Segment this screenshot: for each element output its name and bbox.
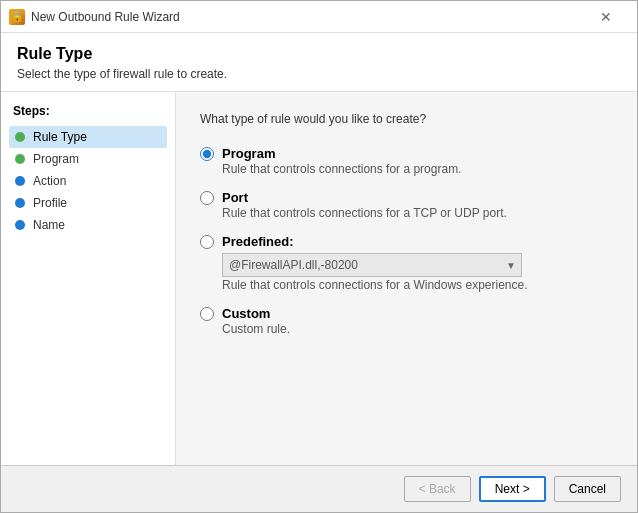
sidebar-label-name: Name [33,218,65,232]
option-custom-row: Custom [200,306,613,321]
wizard-window: 🔒 New Outbound Rule Wizard ✕ Rule Type S… [0,0,638,513]
dot-icon-profile [15,198,25,208]
page-header: Rule Type Select the type of firewall ru… [1,33,637,92]
sidebar-item-action[interactable]: Action [9,170,167,192]
dot-icon-action [15,176,25,186]
sidebar-label-profile: Profile [33,196,67,210]
question-text: What type of rule would you like to crea… [200,112,613,126]
dot-icon-program [15,154,25,164]
option-port: Port Rule that controls connections for … [200,190,613,220]
option-group: Program Rule that controls connections f… [200,146,613,336]
dot-icon-rule-type [15,132,25,142]
radio-program[interactable] [200,147,214,161]
dot-icon-name [15,220,25,230]
next-button[interactable]: Next > [479,476,546,502]
predefined-dropdown-row: @FirewallAPI.dll,-80200 ▼ [222,253,613,277]
window-icon: 🔒 [9,9,25,25]
page-subtitle: Select the type of firewall rule to crea… [17,67,621,81]
desc-port: Rule that controls connections for a TCP… [222,206,613,220]
label-program[interactable]: Program [222,146,275,161]
sidebar-label-action: Action [33,174,66,188]
sidebar-label-rule-type: Rule Type [33,130,87,144]
sidebar-item-program[interactable]: Program [9,148,167,170]
option-predefined: Predefined: @FirewallAPI.dll,-80200 ▼ Ru… [200,234,613,292]
steps-label: Steps: [9,104,167,118]
option-port-row: Port [200,190,613,205]
cancel-button[interactable]: Cancel [554,476,621,502]
content-area: Steps: Rule Type Program Action Profile … [1,92,637,465]
option-custom: Custom Custom rule. [200,306,613,336]
sidebar-item-rule-type[interactable]: Rule Type [9,126,167,148]
option-program: Program Rule that controls connections f… [200,146,613,176]
page-title: Rule Type [17,45,621,63]
radio-custom[interactable] [200,307,214,321]
predefined-select[interactable]: @FirewallAPI.dll,-80200 [222,253,522,277]
desc-custom: Custom rule. [222,322,613,336]
sidebar-label-program: Program [33,152,79,166]
footer: < Back Next > Cancel [1,465,637,512]
close-button[interactable]: ✕ [583,1,629,33]
window-title: New Outbound Rule Wizard [31,10,583,24]
sidebar-item-profile[interactable]: Profile [9,192,167,214]
desc-program: Rule that controls connections for a pro… [222,162,613,176]
label-port[interactable]: Port [222,190,248,205]
radio-port[interactable] [200,191,214,205]
radio-predefined[interactable] [200,235,214,249]
back-button[interactable]: < Back [404,476,471,502]
option-program-row: Program [200,146,613,161]
sidebar: Steps: Rule Type Program Action Profile … [1,92,176,465]
title-bar: 🔒 New Outbound Rule Wizard ✕ [1,1,637,33]
label-custom[interactable]: Custom [222,306,270,321]
predefined-wrapper: @FirewallAPI.dll,-80200 ▼ [222,253,522,277]
main-content: What type of rule would you like to crea… [176,92,637,465]
desc-predefined: Rule that controls connections for a Win… [222,278,613,292]
option-predefined-row: Predefined: [200,234,613,249]
sidebar-item-name[interactable]: Name [9,214,167,236]
label-predefined[interactable]: Predefined: [222,234,294,249]
